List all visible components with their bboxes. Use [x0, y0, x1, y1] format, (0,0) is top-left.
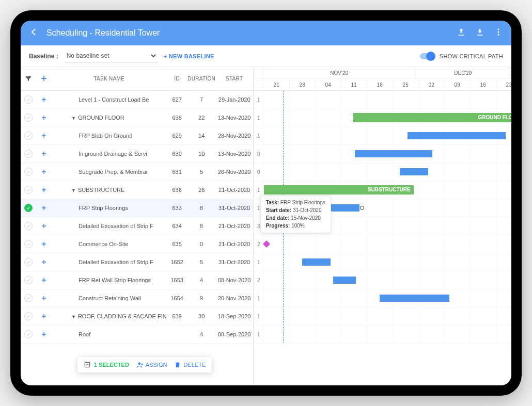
more-icon[interactable] [494, 27, 503, 39]
row-add-icon[interactable] [36, 241, 52, 247]
table-row[interactable]: In ground Drainage & Servi6301013-Nov-20… [21, 145, 253, 163]
gantt-track[interactable]: 1GROUND FLOOR [254, 109, 511, 127]
task-bar[interactable] [302, 258, 331, 266]
gantt-track[interactable]: 0 [254, 145, 511, 163]
svg-point-0 [498, 28, 499, 30]
table-row[interactable]: FRP Slab On Ground6291428-Nov-2020 [21, 127, 253, 145]
task-name: ▼SUBSTRUCTURE [52, 187, 167, 193]
task-bar[interactable] [380, 295, 449, 302]
task-name: ▼GROUND FLOOR [52, 115, 167, 121]
table-row[interactable]: Commence On-Site635021-Oct-2020 [21, 235, 253, 253]
status-circle-icon [24, 95, 33, 104]
task-bar[interactable] [355, 150, 432, 157]
table-row[interactable]: ▼ROOF, CLADDING & FAÇADE FIN6393018-Sep-… [21, 307, 253, 326]
row-add-icon[interactable] [36, 205, 52, 211]
track-lead-cell: 0 [254, 145, 264, 163]
table-row[interactable]: Subgrade Prep. & Membrai631526-Nov-2020 [21, 163, 253, 181]
gantt-track[interactable]: 1 [254, 127, 511, 145]
filter-icon[interactable] [25, 75, 32, 83]
critical-path-toggle[interactable] [420, 53, 435, 59]
track-lead-cell: 2 [254, 271, 264, 289]
page-title: Scheduling - Residential Tower [46, 28, 448, 38]
cell-duration: 8 [187, 223, 216, 229]
task-bar[interactable] [333, 277, 356, 284]
cell-id: 636 [167, 187, 187, 193]
back-icon[interactable] [29, 27, 38, 39]
topbar: Scheduling - Residential Tower [21, 21, 511, 45]
gantt-track[interactable]: 1 [254, 253, 511, 271]
gantt-track[interactable]: 2 [254, 235, 511, 253]
new-baseline-button[interactable]: + NEW BASELINE [164, 53, 214, 59]
col-task-name: TASK NAME [52, 76, 167, 82]
table-row[interactable]: Roof408-Sep-2020 [21, 326, 253, 344]
day-header: 02 [419, 79, 445, 91]
cell-id: 629 [167, 133, 187, 139]
task-bar[interactable] [400, 168, 428, 175]
track-lead-cell: 2 [254, 235, 264, 253]
track-lead-cell: 1 [254, 289, 264, 307]
cell-id: 634 [167, 223, 187, 229]
gantt-chart[interactable]: NOV'20 DEC'20 21280411182502091623 11GRO… [254, 67, 511, 385]
row-add-icon[interactable] [36, 259, 52, 265]
gantt-track[interactable]: 0 [254, 163, 511, 181]
gantt-track[interactable]: 1 [254, 326, 511, 344]
row-add-icon[interactable] [36, 133, 52, 139]
table-row[interactable]: Construct Retaining Wall1654920-Nov-2020 [21, 289, 253, 307]
task-name: In ground Drainage & Servi [52, 151, 167, 157]
download-icon[interactable] [475, 27, 484, 39]
gantt-track[interactable]: 1 [254, 91, 511, 109]
cell-id: 635 [167, 241, 187, 247]
status-circle-icon [24, 113, 33, 122]
table-row[interactable]: FRP Ret Wall Strip Floorings1653408-Nov-… [21, 271, 253, 289]
row-add-icon[interactable] [36, 169, 52, 175]
task-name: FRP Slab On Ground [52, 133, 167, 139]
day-header: 09 [445, 79, 471, 91]
status-circle-icon [24, 132, 33, 140]
gantt-track[interactable]: 1 [254, 307, 511, 326]
task-name: Detailed Excavation of Strip F [52, 259, 167, 265]
task-name: Roof [52, 331, 167, 337]
cell-start: 08-Sep-2020 [216, 331, 253, 337]
day-header: 21 [264, 79, 290, 91]
cell-duration: 4 [187, 331, 216, 337]
table-row[interactable]: Detailed Excavation of Strip F634821-Oct… [21, 217, 253, 235]
milestone-icon[interactable] [263, 240, 270, 248]
summary-bar[interactable]: GROUND FLOOR [353, 113, 511, 122]
add-task-icon[interactable] [40, 75, 48, 83]
cell-duration: 30 [187, 313, 216, 319]
row-add-icon[interactable] [36, 313, 52, 319]
assign-button[interactable]: ASSIGN [136, 361, 167, 368]
svg-point-1 [498, 31, 499, 33]
cell-duration: 22 [187, 115, 216, 121]
row-add-icon[interactable] [36, 223, 52, 229]
table-row[interactable]: ✓FRP Strip Floorings633831-Oct-2020 [21, 199, 253, 217]
svg-point-4 [138, 362, 140, 365]
gantt-track[interactable]: 1 [254, 289, 511, 307]
row-add-icon[interactable] [36, 277, 52, 283]
app-screen: Scheduling - Residential Tower Baseline … [21, 21, 511, 385]
baseline-select[interactable]: No baseline set [65, 50, 158, 62]
table-row[interactable]: Level 1 - Construct Load Be627729-Jan-20… [21, 91, 253, 109]
row-add-icon[interactable] [36, 151, 52, 157]
track-lead-cell: 1 [254, 91, 264, 108]
task-name: FRP Ret Wall Strip Floorings [52, 277, 167, 283]
task-bar[interactable] [408, 132, 506, 139]
gantt-track[interactable]: 2 [254, 271, 511, 289]
row-add-icon[interactable] [36, 295, 52, 301]
cell-start: 21-Oct-2020 [216, 241, 253, 247]
summary-bar[interactable]: SUBSTRUCTURE [264, 185, 414, 194]
month-header: NOV'20 [264, 67, 415, 78]
track-lead-cell: 1 [254, 127, 264, 144]
row-add-icon[interactable] [36, 115, 52, 121]
table-row[interactable]: ▼GROUND FLOOR6382213-Nov-2020 [21, 109, 253, 127]
delete-button[interactable]: DELETE [174, 361, 206, 368]
task-name: Subgrade Prep. & Membrai [52, 169, 167, 175]
row-add-icon[interactable] [36, 96, 52, 103]
row-add-icon[interactable] [36, 187, 52, 193]
table-row[interactable]: Detailed Excavation of Strip F1652531-Oc… [21, 253, 253, 271]
status-circle-icon [24, 312, 33, 320]
table-row[interactable]: ▼SUBSTRUCTURE6362621-Oct-2020 [21, 181, 253, 199]
col-duration: DURATION [187, 76, 216, 82]
row-add-icon[interactable] [36, 331, 52, 337]
upload-icon[interactable] [457, 27, 466, 39]
